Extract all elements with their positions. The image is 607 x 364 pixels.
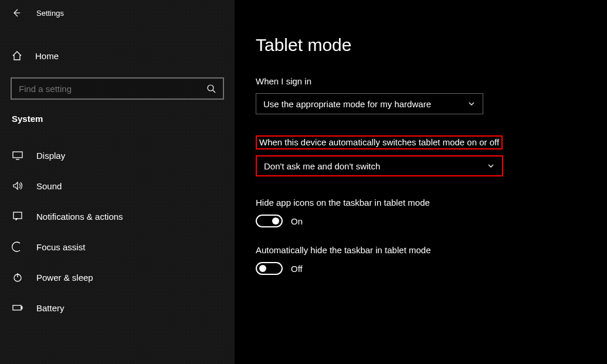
signin-dropdown-value: Use the appropriate mode for my hardware (263, 99, 431, 109)
sidebar-item-focus-assist[interactable]: Focus assist (0, 232, 235, 262)
battery-icon (12, 302, 23, 314)
hide-icons-label: Hide app icons on the taskbar in tablet … (256, 198, 607, 207)
sound-icon (12, 180, 23, 192)
autoswitch-label: When this device automatically switches … (259, 137, 499, 147)
autoswitch-dropdown[interactable]: Don't ask me and don't switch (256, 155, 503, 176)
home-nav[interactable]: Home (0, 43, 235, 68)
hide-taskbar-toggle-row: Off (256, 262, 607, 275)
nav-list: Display Sound Notifications & actions Fo… (0, 140, 235, 323)
sidebar-item-power-sleep[interactable]: Power & sleep (0, 262, 235, 292)
page-title: Tablet mode (256, 35, 607, 55)
hide-icons-state: On (291, 216, 303, 226)
home-icon (12, 50, 22, 61)
svg-point-0 (208, 85, 213, 91)
home-label: Home (35, 51, 59, 61)
notifications-icon (12, 210, 23, 222)
hide-taskbar-state: Off (291, 264, 303, 274)
search-input[interactable] (19, 84, 206, 94)
signin-label: When I sign in (256, 76, 607, 86)
sidebar-item-label: Notifications & actions (36, 212, 123, 222)
sidebar-item-battery[interactable]: Battery (0, 292, 235, 323)
search-container (11, 77, 224, 100)
main-content: Tablet mode When I sign in Use the appro… (235, 0, 607, 364)
hide-taskbar-label: Automatically hide the taskbar in tablet… (256, 245, 607, 255)
svg-rect-2 (13, 212, 22, 219)
sidebar-item-label: Sound (36, 181, 62, 191)
category-label: System (0, 100, 235, 130)
autoswitch-dropdown-value: Don't ask me and don't switch (264, 161, 380, 171)
power-icon (12, 271, 23, 283)
sidebar-item-label: Display (36, 151, 65, 161)
app-title: Settings (36, 9, 64, 18)
search-box[interactable] (11, 77, 224, 100)
svg-rect-1 (13, 152, 22, 158)
sidebar: Settings Home System Display Sound (0, 0, 235, 364)
sidebar-item-notifications[interactable]: Notifications & actions (0, 201, 235, 232)
svg-rect-5 (21, 307, 22, 309)
autoswitch-label-highlight: When this device automatically switches … (256, 135, 503, 149)
focus-assist-icon (12, 241, 23, 253)
chevron-down-icon (467, 100, 476, 108)
sidebar-item-label: Focus assist (36, 242, 85, 252)
sidebar-item-label: Power & sleep (36, 273, 93, 283)
search-icon (206, 84, 216, 93)
display-icon (12, 149, 23, 161)
chevron-down-icon (487, 162, 495, 170)
hide-taskbar-toggle[interactable] (256, 262, 283, 275)
hide-icons-toggle-row: On (256, 215, 607, 227)
svg-rect-4 (13, 305, 21, 310)
signin-dropdown[interactable]: Use the appropriate mode for my hardware (256, 93, 483, 114)
hide-icons-toggle[interactable] (256, 215, 283, 227)
back-arrow-icon[interactable] (12, 8, 21, 18)
titlebar: Settings (0, 0, 235, 26)
sidebar-item-display[interactable]: Display (0, 140, 235, 171)
sidebar-item-sound[interactable]: Sound (0, 171, 235, 201)
sidebar-item-label: Battery (36, 303, 65, 313)
